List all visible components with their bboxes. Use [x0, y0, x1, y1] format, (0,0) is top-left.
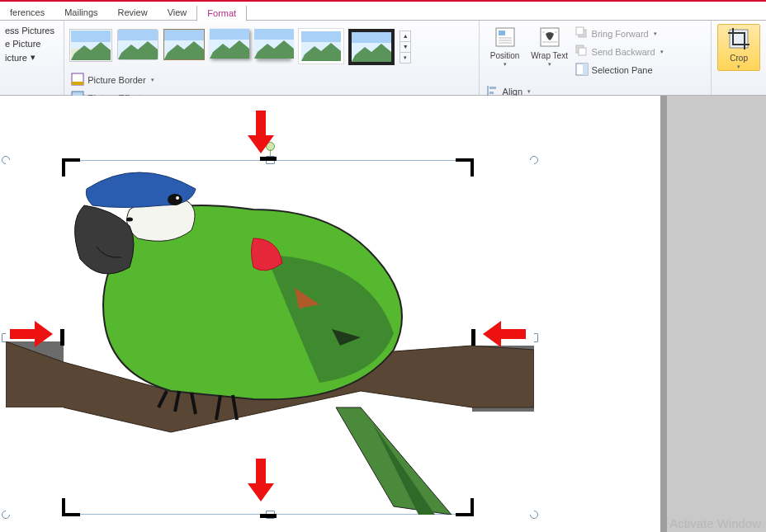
wrap-text-button[interactable]: Wrap Text▾	[529, 24, 570, 68]
crop-icon	[726, 26, 751, 53]
crop-handle[interactable]	[470, 498, 474, 516]
svg-rect-55	[501, 329, 526, 339]
position-icon	[494, 26, 517, 50]
crop-handle[interactable]	[62, 158, 65, 177]
gallery-scroll[interactable]: ▲ ▼ ▾	[400, 31, 411, 64]
tab-mailings[interactable]: Mailings	[54, 5, 107, 20]
chevron-down-icon: ▾	[548, 61, 551, 68]
annotation-arrow-right	[10, 321, 53, 347]
ribbon: ess Pictures e Picture icture▾ ▲ ▼ ▾	[0, 21, 766, 96]
svg-rect-54	[10, 329, 35, 339]
picture-styles-gallery[interactable]	[69, 29, 395, 65]
svg-rect-14	[352, 32, 391, 43]
svg-rect-10	[254, 29, 294, 40]
picture-style-thumb[interactable]	[210, 29, 249, 59]
chevron-down-icon: ▾	[504, 61, 507, 68]
document-area: Activate Window	[0, 96, 766, 532]
picture-style-thumb[interactable]	[117, 29, 158, 60]
chevron-down-icon: ▾	[527, 88, 531, 95]
svg-rect-50	[472, 160, 534, 346]
chevron-down-icon: ▾	[660, 49, 664, 55]
chevron-down-icon: ▾	[151, 77, 154, 83]
picture-style-thumb[interactable]	[348, 29, 395, 65]
tab-review[interactable]: Review	[108, 5, 158, 20]
crop-handle[interactable]	[62, 498, 65, 516]
svg-rect-38	[489, 87, 496, 89]
document-page[interactable]	[0, 96, 660, 532]
reset-picture-button[interactable]: icture▾	[5, 52, 35, 63]
activate-windows-watermark: Activate Window	[669, 516, 761, 530]
chevron-down-icon: ▾	[31, 52, 35, 63]
group-label-size	[716, 93, 761, 95]
gallery-more-icon[interactable]: ▾	[400, 53, 410, 63]
crop-handle[interactable]	[260, 514, 277, 518]
picture-border-button[interactable]: Picture Border▾	[69, 72, 156, 88]
position-button[interactable]: Position▾	[485, 24, 526, 68]
picture-border-icon	[71, 73, 84, 87]
bring-forward-button[interactable]: Bring Forward▾	[574, 26, 665, 42]
svg-rect-39	[489, 92, 494, 94]
annotation-arrow-left	[483, 321, 526, 347]
group-picture-styles: ▲ ▼ ▾ Picture Border▾ Picture Effects▾ P…	[64, 21, 479, 95]
svg-rect-23	[499, 31, 505, 35]
crop-handle[interactable]	[60, 329, 64, 346]
svg-rect-8	[210, 29, 249, 40]
tab-references[interactable]: ferences	[0, 5, 54, 20]
selection-pane-button[interactable]: Selection Pane	[574, 62, 665, 78]
chevron-down-icon[interactable]: ▼	[400, 42, 410, 53]
svg-rect-16	[72, 82, 83, 85]
annotation-arrow-down	[248, 459, 274, 501]
crop-handle[interactable]	[260, 157, 277, 161]
compress-pictures-button[interactable]: ess Pictures	[5, 26, 54, 35]
crop-button[interactable]: Crop▾	[717, 24, 760, 71]
group-arrange: Position▾ Wrap Text▾ Bring Forward▾ Send…	[480, 21, 712, 95]
ribbon-tabs: ferences Mailings Review View Format	[0, 2, 766, 21]
picture-style-thumb[interactable]	[254, 29, 294, 59]
svg-rect-49	[6, 407, 64, 515]
group-adjust: ess Pictures e Picture icture▾	[0, 21, 64, 95]
page-shadow	[660, 96, 667, 532]
crop-handle[interactable]	[471, 329, 475, 346]
svg-rect-36	[583, 64, 588, 75]
group-size: Crop▾	[712, 21, 766, 95]
send-backward-icon	[575, 45, 589, 59]
svg-rect-51	[472, 412, 534, 515]
crop-handle[interactable]	[470, 158, 474, 177]
chevron-down-icon: ▾	[654, 31, 657, 37]
picture-style-thumb[interactable]	[69, 29, 112, 62]
send-backward-button[interactable]: Send Backward▾	[574, 44, 665, 60]
svg-rect-53	[256, 459, 266, 483]
chevron-up-icon[interactable]: ▲	[400, 31, 410, 42]
svg-rect-4	[118, 30, 158, 40]
svg-rect-32	[576, 27, 584, 35]
picture-style-thumb[interactable]	[163, 29, 205, 60]
selection-pane-icon	[575, 63, 589, 78]
tab-view[interactable]: View	[158, 5, 197, 20]
group-label-adjust	[5, 93, 59, 95]
svg-rect-2	[71, 31, 111, 42]
annotation-arrow-down	[248, 111, 274, 153]
svg-rect-34	[579, 48, 586, 55]
bring-forward-icon	[575, 26, 589, 41]
chevron-down-icon: ▾	[737, 64, 740, 70]
tab-format[interactable]: Format	[196, 6, 247, 21]
svg-rect-52	[256, 111, 266, 135]
workspace-background	[667, 96, 766, 532]
picture-style-thumb[interactable]	[299, 29, 343, 64]
svg-rect-48	[6, 160, 64, 341]
wrap-text-icon	[538, 26, 561, 50]
change-picture-button[interactable]: e Picture	[5, 39, 40, 49]
svg-rect-6	[164, 30, 204, 40]
svg-rect-12	[301, 31, 341, 42]
